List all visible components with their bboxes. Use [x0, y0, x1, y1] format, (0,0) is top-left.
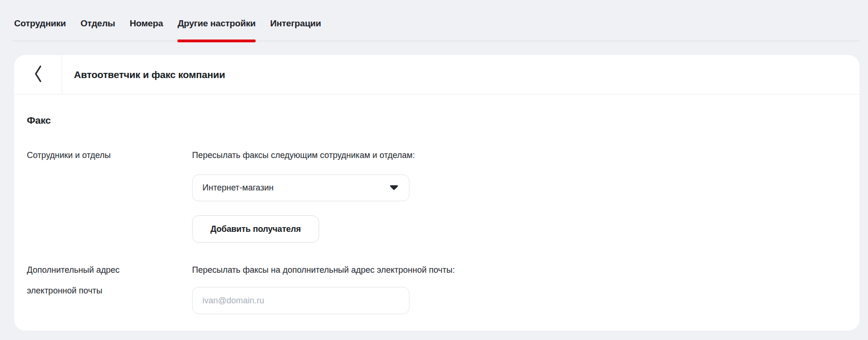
- tab-label: Отделы: [80, 18, 115, 28]
- chevron-left-icon: [34, 64, 42, 85]
- tab-employees[interactable]: Сотрудники: [14, 17, 66, 29]
- tab-label: Интеграции: [270, 18, 321, 28]
- tab-other-settings[interactable]: Другие настройки: [177, 17, 256, 29]
- tab-numbers[interactable]: Номера: [130, 17, 163, 29]
- recipients-select-value: Интернет-магазин: [202, 183, 273, 193]
- email-row: Дополнительный адрес электронной почты П…: [27, 265, 845, 314]
- add-recipient-button[interactable]: Добавить получателя: [192, 215, 319, 243]
- card-body: Факс Сотрудники и отделы Пересылать факс…: [14, 95, 860, 314]
- recipients-hint: Пересылать факсы следующим сотрудникам и…: [192, 150, 845, 160]
- back-button[interactable]: [14, 55, 62, 94]
- section-title-fax: Факс: [27, 114, 845, 127]
- recipients-row-content: Пересылать факсы следующим сотрудникам и…: [192, 150, 845, 243]
- email-hint: Пересылать факсы на дополнительный адрес…: [192, 265, 845, 275]
- email-row-label: Дополнительный адрес электронной почты: [27, 260, 192, 301]
- tab-integrations[interactable]: Интеграции: [270, 17, 321, 29]
- tab-label: Сотрудники: [14, 18, 66, 28]
- recipients-select[interactable]: Интернет-магазин: [192, 174, 410, 201]
- tab-label: Другие настройки: [177, 18, 256, 28]
- recipients-row: Сотрудники и отделы Пересылать факсы сле…: [27, 150, 845, 243]
- fax-settings-card: Автоответчик и факс компании Факс Сотруд…: [14, 55, 860, 331]
- email-input[interactable]: [192, 287, 410, 314]
- active-tab-indicator: [177, 40, 256, 42]
- tab-label: Номера: [130, 18, 163, 28]
- tabs-list: Сотрудники Отделы Номера Другие настройк…: [12, 0, 860, 40]
- chevron-down-icon: [389, 184, 399, 192]
- recipients-row-label: Сотрудники и отделы: [27, 145, 192, 166]
- page-title: Автоответчик и факс компании: [62, 55, 225, 94]
- email-row-content: Пересылать факсы на дополнительный адрес…: [192, 265, 845, 314]
- settings-page: Сотрудники Отделы Номера Другие настройк…: [0, 0, 868, 340]
- settings-tabbar: Сотрудники Отделы Номера Другие настройк…: [12, 0, 860, 41]
- card-header: Автоответчик и факс компании: [14, 55, 860, 95]
- tab-departments[interactable]: Отделы: [80, 17, 115, 29]
